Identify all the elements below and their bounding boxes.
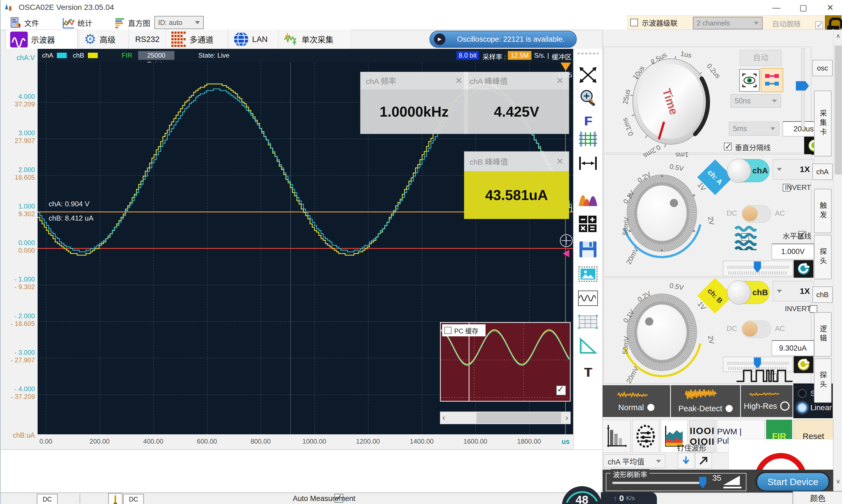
zoom-in-icon[interactable] xyxy=(577,88,599,108)
channels-select[interactable]: 2 channels xyxy=(693,17,763,29)
chA-tab-触发[interactable]: 触发 xyxy=(814,189,831,233)
toolbar-advanced[interactable]: ⚙ 高级 xyxy=(80,30,128,49)
scrollbar-thumb[interactable] xyxy=(835,46,842,175)
maximize-button[interactable]: ▢ xyxy=(791,0,815,15)
min-timebase-select[interactable]: 50ns xyxy=(731,94,781,108)
chB-tab-探头[interactable]: 探头 xyxy=(814,358,831,403)
chA-legend-label[interactable]: chA xyxy=(42,52,53,59)
chB-coupling-status[interactable]: DC xyxy=(123,494,144,504)
fft-f-icon[interactable]: F xyxy=(577,111,599,131)
menu-histogram[interactable]: 直方图 xyxy=(114,16,150,29)
h-measure-icon[interactable] xyxy=(577,153,599,174)
close-icon[interactable]: ✕ xyxy=(556,156,564,166)
screenshot-icon[interactable] xyxy=(577,264,599,284)
wave-preview-icon[interactable] xyxy=(577,288,599,308)
pin-button-2[interactable] xyxy=(695,453,712,469)
distribution-icon[interactable] xyxy=(577,189,599,209)
vertical-separator-checkbox[interactable] xyxy=(724,143,732,150)
trigger-drag-handle-icon[interactable] xyxy=(559,233,573,248)
chA-offset-field[interactable]: 1.000V xyxy=(772,244,814,259)
time-tab-采集卡[interactable]: 采集卡 xyxy=(814,91,831,156)
device-status-banner[interactable]: ▶ Oscilloscope: 22121 is available. xyxy=(430,31,577,48)
toolbar-lan[interactable]: LAN xyxy=(229,30,278,49)
buffer-scrollbar[interactable]: ‹ › xyxy=(440,412,571,424)
grid-icon[interactable] xyxy=(577,129,599,149)
pc-buffer-toggle[interactable]: PC 缓存 xyxy=(442,324,485,336)
scroll-up-icon[interactable]: ∧ xyxy=(834,32,842,41)
cascade-checkbox[interactable] xyxy=(630,19,638,26)
chB-tab-逻辑[interactable]: 逻辑 xyxy=(814,312,831,357)
toolbar-rs232[interactable]: RS232 xyxy=(129,30,166,49)
channels-value: 2 channels xyxy=(697,19,730,27)
auto-view-button[interactable] xyxy=(739,69,760,92)
close-icon[interactable]: ✕ xyxy=(556,75,564,86)
toolbar-tab-oscilloscope[interactable]: 示波器 xyxy=(5,30,78,49)
points-badge[interactable]: 25000 Points xyxy=(138,51,174,60)
auto-follow-checkbox[interactable] xyxy=(815,21,823,29)
inset-pin-checkbox[interactable] xyxy=(556,385,566,395)
pin-button-1[interactable] xyxy=(678,453,694,469)
chA-enable-toggle[interactable]: chA xyxy=(728,159,770,182)
acq-mode-normal[interactable]: Normal xyxy=(603,385,670,417)
scroll-left-icon[interactable]: ‹ xyxy=(443,413,445,422)
chB-level-marker[interactable] xyxy=(563,250,569,257)
chA-tab-探头[interactable]: 探头 xyxy=(814,235,831,279)
probe-status[interactable] xyxy=(108,493,122,504)
chB-probe-mult-select[interactable]: 1X xyxy=(773,281,814,301)
refresh-slider-track[interactable] xyxy=(613,482,703,484)
radio-icon[interactable] xyxy=(798,403,807,412)
chA-reset-button[interactable] xyxy=(794,260,813,278)
panel-scrollbar[interactable] xyxy=(833,30,842,492)
grid-table-icon[interactable] xyxy=(577,312,599,332)
waveform-plot[interactable]: chA: 0.904 V chB: 8.412 uA 1975 chA 频率✕ … xyxy=(38,62,573,434)
refresh-slider-handle[interactable] xyxy=(699,477,706,488)
pc-buffer-inset[interactable]: PC 缓存 xyxy=(440,322,571,402)
close-icon[interactable]: ✕ xyxy=(455,75,462,86)
drag-handle-icon[interactable] xyxy=(578,53,598,54)
toolbar-single-acquisition[interactable]: 单次采集 xyxy=(279,30,351,49)
menu-file[interactable]: 文件 xyxy=(10,16,39,29)
set-square-icon[interactable] xyxy=(577,336,599,356)
color-button[interactable]: 颜色 xyxy=(793,491,842,504)
scrollbar-thumb[interactable] xyxy=(477,412,561,423)
scroll-right-icon[interactable]: › xyxy=(565,413,568,422)
play-icon[interactable]: ▶ xyxy=(434,34,445,45)
chA-tab-chA[interactable]: chA xyxy=(812,163,833,180)
record-circle-icon[interactable] xyxy=(753,450,808,470)
acq-mode-high-res[interactable]: High-Res xyxy=(741,385,793,417)
chA-coupling-status[interactable]: DC xyxy=(37,494,58,504)
toolbar-multichannel[interactable]: 多通道 xyxy=(167,30,228,49)
radio-icon[interactable] xyxy=(798,389,807,398)
chB-legend-label[interactable]: chB xyxy=(73,52,84,59)
chB-offset-field[interactable]: 9.302uA xyxy=(772,340,814,356)
acq-mode-peak-detect[interactable]: Peak-Detect xyxy=(671,385,740,417)
device-id-select[interactable]: ID: auto xyxy=(154,16,204,29)
expand-icon[interactable] xyxy=(577,65,599,85)
time-tab-osc[interactable]: osc xyxy=(812,60,833,76)
scroll-down-icon[interactable]: ∨ xyxy=(834,478,842,486)
minimize-button[interactable]: — xyxy=(764,0,789,15)
histogram-tool-button[interactable] xyxy=(603,420,631,453)
text-t-icon[interactable]: T xyxy=(577,362,599,382)
split-view-button[interactable] xyxy=(761,68,783,92)
settings-tool-button[interactable] xyxy=(632,420,659,453)
menu-stats[interactable]: 统计 xyxy=(63,16,92,29)
chA-coupling-toggle[interactable] xyxy=(741,205,771,223)
max-timebase-select[interactable]: 5ms xyxy=(729,122,779,136)
chA-offset-slider[interactable] xyxy=(723,260,793,276)
chA-average-select[interactable]: chA 平均值 xyxy=(604,454,665,468)
chB-enable-toggle[interactable]: chB xyxy=(728,281,770,304)
start-device-button[interactable]: Start Device xyxy=(757,473,829,491)
trigger-position-marker[interactable] xyxy=(561,62,571,71)
chB-tab-chB[interactable]: chB xyxy=(812,286,833,303)
close-button[interactable]: ✕ xyxy=(818,0,842,15)
measurement-panel-chA-freq[interactable]: chA 频率✕ 1.0000kHz xyxy=(360,72,468,134)
auto-timebase-button[interactable]: 自动 xyxy=(740,50,781,66)
math-ops-icon[interactable] xyxy=(577,214,599,234)
chB-coupling-toggle[interactable] xyxy=(741,321,771,338)
measurement-panel-chB-pkpk[interactable]: chB 峰峰值✕ 43.581uA xyxy=(464,151,569,219)
save-icon[interactable] xyxy=(577,239,599,259)
measurement-panel-chA-pkpk[interactable]: chA 峰峰值✕ 4.425V xyxy=(464,72,569,134)
pc-buffer-checkbox[interactable] xyxy=(444,327,451,334)
chA-probe-mult-select[interactable]: 1X xyxy=(773,159,814,179)
